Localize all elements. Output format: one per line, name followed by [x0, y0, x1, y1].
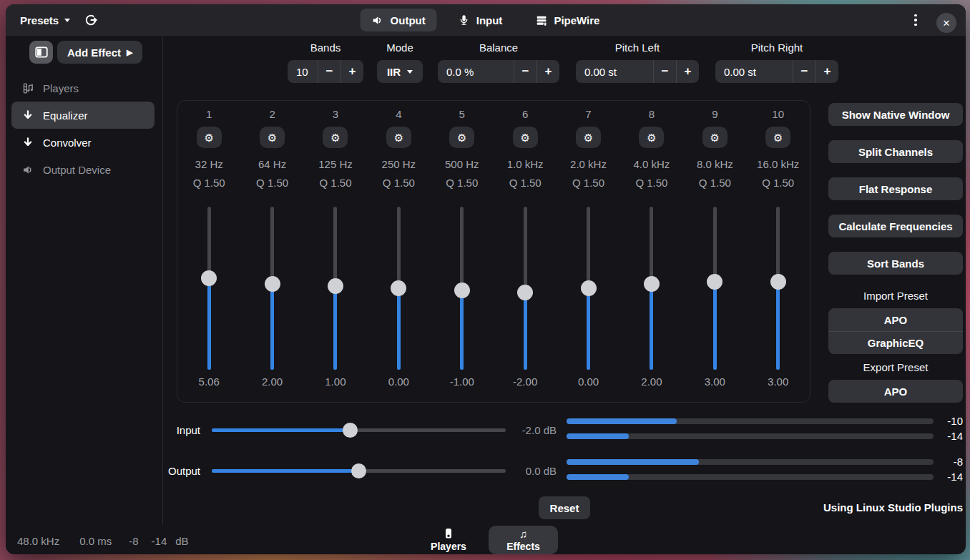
band-settings-button[interactable]: ⚙	[323, 127, 348, 148]
pitch-left-increment-button[interactable]: +	[676, 60, 699, 83]
band-gain-slider[interactable]	[706, 207, 723, 370]
band-frequency: 2.0 kHz	[570, 158, 607, 172]
slider-fill	[713, 282, 717, 370]
band-settings-button[interactable]: ⚙	[513, 127, 538, 148]
slider-handle[interactable]	[770, 274, 786, 290]
slider-fill	[460, 290, 464, 370]
slider-handle[interactable]	[707, 274, 722, 290]
slider-handle[interactable]	[644, 276, 660, 292]
bands-value[interactable]: 10	[288, 60, 318, 83]
add-effect-button[interactable]: Add Effect ▶	[57, 41, 142, 64]
tab-output[interactable]: Output	[361, 9, 437, 31]
status-bar: 48.0 kHz 0.0 ms -8 -14 dB	[17, 535, 189, 547]
band-frequency: 8.0 kHz	[697, 158, 733, 172]
slider-handle[interactable]	[351, 463, 366, 478]
pitch-right-decrement-button[interactable]: −	[793, 60, 815, 83]
band-gain-slider[interactable]	[390, 207, 407, 370]
sidebar-item-convolver[interactable]: Convolver	[11, 129, 155, 156]
meter-fill	[567, 459, 699, 465]
slider-handle[interactable]	[581, 280, 597, 296]
pitch-right-increment-button[interactable]: +	[815, 60, 838, 83]
balance-decrement-button[interactable]: −	[514, 60, 537, 83]
band-gain-value: 2.00	[641, 375, 662, 390]
band-column-1: 1⚙32 HzQ 1.505.06	[177, 108, 240, 402]
slider-fill	[207, 278, 211, 370]
reset-button[interactable]: Reset	[539, 496, 590, 519]
band-gain-slider[interactable]	[264, 207, 281, 370]
tab-pipewire[interactable]: PipeWire	[524, 9, 611, 31]
balance-increment-button[interactable]: +	[537, 60, 559, 83]
meter-fill	[567, 433, 629, 439]
input-gain-slider[interactable]	[212, 422, 506, 438]
flat-response-button[interactable]: Flat Response	[828, 177, 963, 200]
band-settings-button[interactable]: ⚙	[197, 127, 222, 148]
slider-handle[interactable]	[391, 280, 406, 296]
band-gain-slider[interactable]	[454, 207, 471, 370]
slider-handle[interactable]	[343, 423, 358, 438]
output-gain-value: 0.0 dB	[506, 465, 557, 477]
band-gain-slider[interactable]	[580, 207, 597, 370]
close-icon: ✕	[943, 18, 951, 29]
down-arrow-icon	[21, 109, 34, 121]
band-settings-button[interactable]: ⚙	[386, 127, 411, 148]
tab-label: Input	[476, 14, 503, 26]
speaker-icon	[21, 164, 34, 176]
band-q-factor: Q 1.50	[193, 177, 225, 191]
band-settings-button[interactable]: ⚙	[449, 127, 474, 148]
meter-value: -14	[936, 430, 963, 442]
close-button[interactable]: ✕	[936, 13, 956, 33]
apply-preset-icon	[84, 13, 98, 27]
meter-track	[567, 433, 934, 439]
sidebar-item-equalizer[interactable]: Equalizer	[11, 102, 155, 129]
slider-handle[interactable]	[265, 276, 280, 292]
apply-last-preset-button[interactable]	[79, 9, 103, 31]
band-settings-button[interactable]: ⚙	[576, 127, 601, 148]
balance-label: Balance	[438, 41, 559, 56]
band-settings-button[interactable]: ⚙	[639, 127, 664, 148]
presets-label: Presets	[20, 14, 59, 26]
band-gain-slider[interactable]	[516, 207, 534, 370]
pitch-right-value[interactable]: 0.00 st	[715, 60, 793, 83]
header-bar: Presets OutputInputPipeWire ✕	[6, 4, 966, 36]
band-settings-button[interactable]: ⚙	[260, 127, 285, 148]
device-tabs: OutputInputPipeWire	[361, 9, 612, 31]
sidebar-item-players[interactable]: Players	[11, 74, 155, 102]
band-gain-slider[interactable]	[200, 207, 217, 370]
output-gain-slider[interactable]	[212, 463, 506, 478]
pitch-left-label: Pitch Left	[576, 41, 699, 56]
band-frequency: 250 Hz	[382, 158, 416, 172]
import-apo-button[interactable]: APO	[828, 308, 963, 331]
bands-decrement-button[interactable]: −	[318, 60, 341, 83]
calculate-frequencies-button[interactable]: Calculate Frequencies	[828, 215, 963, 237]
tab-players[interactable]: Players	[424, 526, 473, 554]
slider-handle[interactable]	[328, 278, 343, 294]
sidebar-item-output-device[interactable]: Output Device	[11, 156, 155, 183]
mode-dropdown[interactable]: IIR	[377, 60, 423, 83]
pitch-left-value[interactable]: 0.00 st	[576, 60, 653, 83]
sidebar-toggle-button[interactable]	[29, 41, 53, 64]
export-apo-button[interactable]: APO	[828, 380, 963, 403]
band-gain-slider[interactable]	[770, 207, 787, 370]
band-settings-button[interactable]: ⚙	[702, 127, 728, 148]
band-gain-slider[interactable]	[327, 207, 344, 370]
band-gain-value: 0.00	[578, 375, 599, 390]
balance-value[interactable]: 0.0 %	[438, 60, 514, 83]
presets-button[interactable]: Presets	[14, 9, 76, 31]
meter-track	[567, 459, 934, 465]
band-settings-button[interactable]: ⚙	[765, 127, 790, 148]
bands-increment-button[interactable]: +	[341, 60, 363, 83]
pitch-left-decrement-button[interactable]: −	[653, 60, 676, 83]
import-graphiceq-button[interactable]: GraphicEQ	[828, 331, 963, 354]
sort-bands-button[interactable]: Sort Bands	[828, 252, 963, 275]
slider-handle[interactable]	[454, 283, 470, 298]
menu-button[interactable]	[906, 10, 926, 30]
tab-effects[interactable]: ♫ Effects	[489, 526, 558, 554]
split-channels-button[interactable]: Split Channels	[828, 140, 963, 163]
band-gain-slider[interactable]	[643, 207, 660, 370]
tab-input[interactable]: Input	[447, 9, 514, 31]
band-q-factor: Q 1.50	[383, 177, 415, 191]
slider-handle[interactable]	[201, 270, 217, 286]
band-number: 2	[269, 108, 275, 122]
show-native-window-button[interactable]: Show Native Window	[828, 103, 963, 126]
slider-handle[interactable]	[517, 285, 533, 300]
